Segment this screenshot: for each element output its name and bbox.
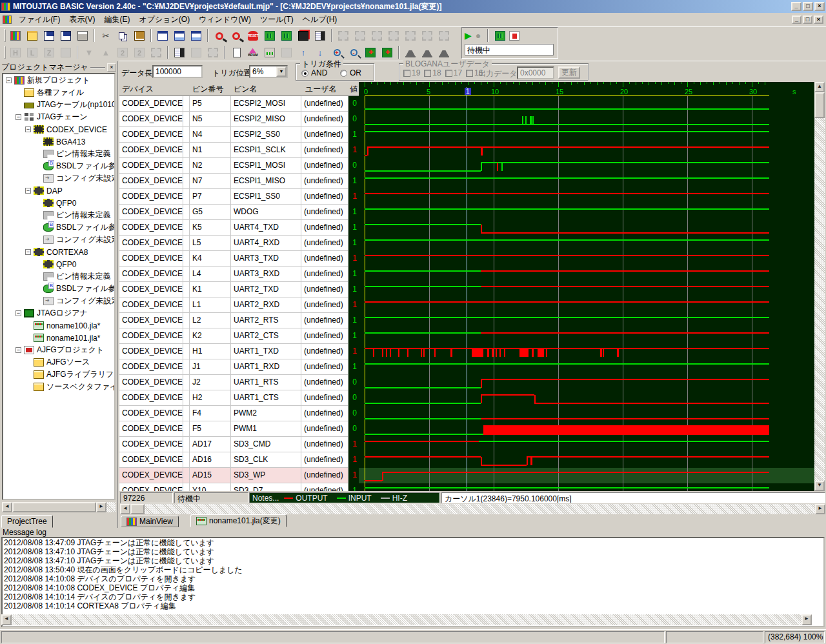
message-log-list[interactable]: 2012/08/08 13:47:09 JTAGチェーンは正常に機能しています2… — [1, 537, 825, 627]
zoom-out-button[interactable]: - — [346, 45, 361, 59]
tree-item-ajfg[interactable]: −AJFGプロジェクト — [3, 344, 114, 356]
notes-link[interactable]: Notes... — [252, 494, 279, 503]
jtag-autodetect-button[interactable] — [212, 28, 227, 43]
tree-item-jtagnp1010[interactable]: JTAGケーブル(np1010) — [3, 99, 114, 111]
cut-button[interactable]: ✂ — [98, 28, 114, 43]
add-device-button[interactable] — [296, 28, 311, 43]
tree-item-[interactable]: ピン情報未定義 — [3, 148, 114, 160]
table-row-uart3_rxd[interactable]: CODEX_DEVICEL4UART3_RXD(undefined) — [119, 267, 348, 282]
tree-item-[interactable]: ピン情報未定義 — [3, 270, 114, 283]
device-list-button[interactable] — [312, 28, 328, 43]
run-status-field[interactable]: 待機中 — [465, 44, 554, 55]
tree-expander-icon[interactable]: − — [25, 126, 31, 132]
tree-expander-icon[interactable]: − — [15, 347, 21, 353]
copy-button[interactable] — [115, 28, 130, 43]
table-row-uart3_txd[interactable]: CODEX_DEVICEK4UART3_TXD(undefined) — [119, 251, 348, 267]
table-row-ecspi2_ss0[interactable]: CODEX_DEVICEN4ECSPI2_SS0(undefined) — [119, 127, 348, 143]
run-button[interactable]: ▶ — [465, 32, 472, 40]
column-header-1[interactable]: ピン番号 — [192, 84, 224, 95]
tree-item-ajfg[interactable]: AJFGソース — [3, 356, 114, 368]
table-row-uart1_rts[interactable]: CODEX_DEVICEJ2UART1_RTS(undefined) — [119, 375, 348, 390]
tree-item-[interactable]: ピン情報未定義 — [3, 209, 114, 221]
tree-item-[interactable]: コンフィグ未設定 — [3, 234, 114, 246]
open-project-button[interactable] — [25, 28, 40, 43]
table-row-pwm1[interactable]: CODEX_DEVICEF5PWM1(undefined) — [119, 421, 348, 437]
restore-button[interactable]: □ — [803, 2, 813, 11]
tree-item-[interactable]: コンフィグ未設定 — [3, 295, 114, 307]
jtag-reset-button[interactable]: RESET — [245, 28, 261, 43]
tree-item-codex_device[interactable]: −CODEX_DEVICE — [3, 123, 114, 136]
close-button[interactable]: × — [814, 2, 825, 11]
and-radio[interactable] — [301, 70, 308, 77]
menu-file[interactable]: ファイル(F) — [14, 12, 65, 27]
table-row-uart2_rts[interactable]: CODEX_DEVICEL2UART2_RTS(undefined) — [119, 313, 348, 328]
or-radio[interactable] — [340, 70, 347, 77]
column-header-3[interactable]: ユーザ名 — [305, 84, 337, 95]
table-row-ecspi1_miso[interactable]: CODEX_DEVICEN7ECSPI1_MISO(undefined) — [119, 174, 348, 189]
tree-item-jtag[interactable]: −JTAGチェーン — [3, 111, 114, 123]
tree-item-[interactable]: コンフィグ未設定 — [3, 172, 114, 185]
menu-edit[interactable]: 編集(E) — [99, 12, 134, 27]
tab-mainview[interactable]: MainView — [121, 516, 179, 527]
tree-expander-icon[interactable]: − — [25, 249, 31, 255]
tree-item-[interactable]: ソースベクタファイル — [3, 381, 114, 393]
table-row-ecspi2_miso[interactable]: CODEX_DEVICEN5ECSPI2_MISO(undefined) — [119, 112, 348, 127]
tree-expander-icon[interactable]: − — [15, 114, 21, 120]
menu-tool[interactable]: ツール(T) — [256, 12, 298, 27]
blogana-bit-17-checkbox[interactable] — [445, 70, 452, 77]
table-row-sd3_d7[interactable]: CODEX_DEVICEY10SD3_D7(undefined) — [119, 483, 348, 491]
table-row-uart4_rxd[interactable]: CODEX_DEVICEL5UART4_RXD(undefined) — [119, 236, 348, 251]
table-row-uart4_txd[interactable]: CODEX_DEVICEK5UART4_TXD(undefined) — [119, 220, 348, 236]
save-project-as-button[interactable] — [58, 28, 74, 43]
table-row-sd3_cmd[interactable]: CODEX_DEVICEAD17SD3_CMD(undefined) — [119, 437, 348, 452]
tree-item-bsdl[interactable]: BSDLファイル参照 — [3, 221, 114, 234]
bram-view-button[interactable]: BRAM — [245, 45, 261, 59]
tree-item-bsdl[interactable]: BSDLファイル参照 — [3, 160, 114, 172]
tile-vertical-button[interactable] — [188, 28, 204, 43]
table-row-wdog[interactable]: CODEX_DEVICEG5WDOG(undefined) — [119, 205, 348, 220]
table-row-uart1_rxd[interactable]: CODEX_DEVICEJ1UART1_RXD(undefined) — [119, 359, 348, 375]
trigger-pos-dropdown-icon[interactable]: ▼ — [276, 66, 287, 77]
blogana-bit-16-checkbox[interactable] — [466, 70, 473, 77]
logana-stop-button[interactable] — [509, 31, 519, 41]
tree-item-noname100jla[interactable]: noname100.jla* — [3, 319, 114, 332]
blogana-bit-18-checkbox[interactable] — [424, 70, 431, 77]
tree-hscrollbar[interactable]: ◄ ► — [2, 502, 116, 512]
table-row-ecspi2_mosi[interactable]: CODEX_DEVICEP5ECSPI2_MOSI(undefined) — [119, 96, 348, 112]
table-row-pwm2[interactable]: CODEX_DEVICEF4PWM2(undefined) — [119, 406, 348, 421]
log-hscrollbar[interactable]: ◄ ► — [1, 614, 814, 625]
tab-noname101jla[interactable]: noname101.jla(変更) — [190, 514, 287, 527]
table-row-sd3_wp[interactable]: CODEX_DEVICEAD15SD3_WP(undefined) — [119, 468, 348, 483]
child-restore-button[interactable]: □ — [803, 15, 812, 24]
sampling-settings-button[interactable] — [262, 45, 277, 59]
child-close-button[interactable]: × — [814, 15, 823, 24]
waveform-canvas[interactable]: 051015202530s1 — [359, 82, 814, 491]
menu-view[interactable]: 表示(V) — [65, 12, 99, 27]
column-header-2[interactable]: ピン名 — [234, 84, 257, 95]
tree-item-noname101jla[interactable]: noname101.jla* — [3, 332, 114, 344]
program-flash-1-button[interactable] — [403, 45, 418, 59]
waveform-hscrollbar[interactable]: ◄ ► — [120, 504, 825, 514]
table-row-ecspi1_mosi[interactable]: CODEX_DEVICEN2ECSPI1_MOSI(undefined) — [119, 158, 348, 174]
program-flash-3-button[interactable] — [436, 45, 452, 59]
pause-button[interactable]: ● — [476, 32, 481, 40]
waveform-vscrollbar[interactable]: ▲ ▼ — [814, 82, 825, 491]
waveform-tool-2-button[interactable] — [379, 45, 395, 59]
table-row-sd3_clk[interactable]: CODEX_DEVICEAD16SD3_CLK(undefined) — [119, 452, 348, 468]
tab-projecttree[interactable]: ProjectTree — [1, 515, 53, 528]
tree-item-cortexa8[interactable]: −CORTEXA8 — [3, 246, 114, 258]
program-flash-2-button[interactable] — [419, 45, 435, 59]
logana-start-button[interactable] — [495, 31, 505, 41]
column-header-4[interactable]: 値 — [350, 84, 358, 95]
tree-expander-icon[interactable]: − — [6, 77, 12, 83]
project-panel-close-icon[interactable]: × — [107, 63, 116, 72]
save-project-button[interactable] — [41, 28, 57, 43]
table-row-uart1_cts[interactable]: CODEX_DEVICEH2UART1_CTS(undefined) — [119, 390, 348, 406]
tree-item-qfp0[interactable]: QFP0 — [3, 197, 114, 209]
print-button[interactable] — [75, 28, 90, 43]
minimize-button[interactable]: _ — [791, 2, 801, 11]
table-row-ecspi1_ss0[interactable]: CODEX_DEVICEP7ECSPI1_SS0(undefined) — [119, 189, 348, 205]
new-project-button[interactable] — [8, 28, 23, 43]
tree-item-[interactable]: 各種ファイル — [3, 86, 114, 99]
extest-view-button[interactable] — [279, 28, 294, 43]
